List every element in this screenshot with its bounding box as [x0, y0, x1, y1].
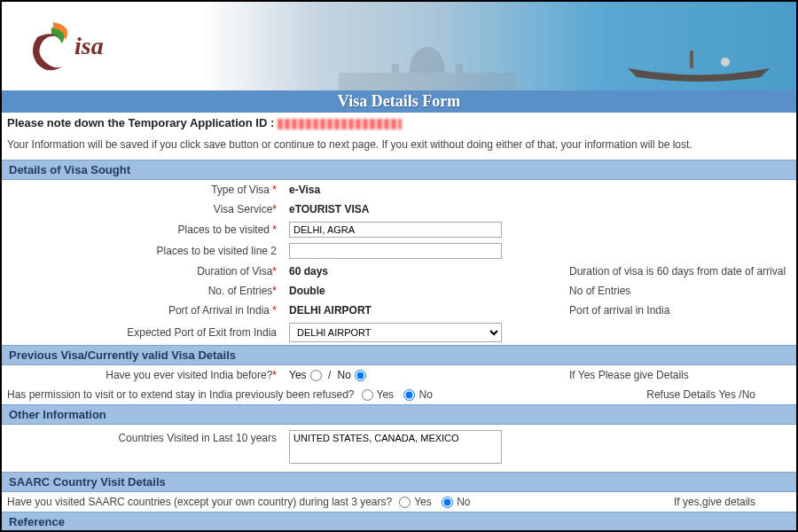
saarc-yes-radio[interactable] — [399, 497, 411, 508]
visited-yes-radio[interactable] — [310, 370, 322, 381]
type-of-visa-label: Type of Visa — [211, 184, 270, 196]
redacted-id — [278, 119, 402, 129]
svg-rect-0 — [339, 73, 516, 90]
section-other-info: Other Information — [2, 404, 796, 425]
saarc-no-label: No — [457, 496, 470, 508]
visited-no-label: No — [338, 369, 351, 381]
saarc-no-radio[interactable] — [442, 497, 453, 508]
places-visited-label: Places to be visited — [178, 223, 270, 236]
page-title: Visa Details Form — [2, 90, 796, 113]
svg-rect-1 — [392, 64, 399, 73]
temp-id-notice: Please note down the Temporary Applicati… — [2, 113, 796, 133]
refused-no-label: No — [419, 388, 432, 401]
visited-no-radio[interactable] — [355, 370, 366, 381]
port-exit-select[interactable]: DELHI AIRPORT — [289, 323, 502, 342]
section-visa-sought: Details of Visa Sought — [2, 160, 796, 180]
entries-value: Double — [286, 285, 543, 297]
port-arrival-label: Port of Arrival in India — [168, 304, 270, 317]
places-visited-input[interactable] — [289, 222, 502, 238]
entries-label: No. of Entries — [208, 285, 273, 297]
countries-visited-textarea[interactable] — [289, 430, 502, 464]
logo: isa — [20, 15, 104, 77]
section-reference: Reference — [2, 512, 796, 532]
refused-hint: Refuse Details Yes /No — [646, 388, 791, 401]
entries-hint: No of Entries — [543, 285, 796, 297]
countries-visited-label: Countries Visited in Last 10 years — [118, 432, 277, 444]
visa-service-label: Visa Service — [214, 203, 272, 215]
duration-label: Duration of Visa — [197, 265, 272, 278]
type-of-visa-value: e-Visa — [286, 184, 543, 196]
header-banner: isa — [2, 2, 796, 90]
section-saarc: SAARC Country Visit Details — [2, 472, 796, 492]
saarc-hint: If yes,give details — [674, 496, 791, 508]
places-visited2-label: Places to be visited line 2 — [157, 245, 277, 257]
places-visited2-input[interactable] — [289, 243, 502, 259]
section-prev-visa: Previous Visa/Currently valid Visa Detai… — [2, 345, 796, 365]
refused-yes-radio[interactable] — [362, 389, 373, 401]
svg-rect-3 — [690, 51, 693, 68]
building-silhouette-icon — [339, 28, 516, 90]
visited-hint: If Yes Please give Details — [543, 369, 796, 381]
port-arrival-hint: Port of arrival in India — [543, 304, 796, 317]
save-info-text: Your Information will be saved if you cl… — [2, 133, 796, 160]
boat-icon — [619, 46, 778, 82]
visa-service-value: eTOURIST VISA — [286, 203, 543, 215]
notice-prefix: Please note down the Temporary Applicati… — [7, 116, 278, 129]
saarc-question-label: Have you visited SAARC countries (except… — [7, 496, 392, 508]
port-exit-label: Expected Port of Exit from India — [127, 326, 277, 339]
visited-yes-label: Yes — [289, 369, 307, 381]
refused-no-radio[interactable] — [403, 389, 415, 401]
duration-hint: Duration of visa is 60 days from date of… — [543, 265, 796, 278]
evisa-logo-icon — [20, 15, 82, 77]
svg-rect-2 — [456, 64, 463, 73]
saarc-yes-label: Yes — [414, 496, 432, 508]
refused-yes-label: Yes — [377, 388, 395, 401]
port-arrival-value: DELHI AIRPORT — [286, 304, 543, 317]
svg-point-4 — [721, 58, 730, 66]
refused-label: Has permission to visit or to extend sta… — [7, 388, 355, 401]
duration-value: 60 days — [286, 265, 543, 278]
visited-before-label: Have you ever visited India before? — [106, 369, 272, 381]
